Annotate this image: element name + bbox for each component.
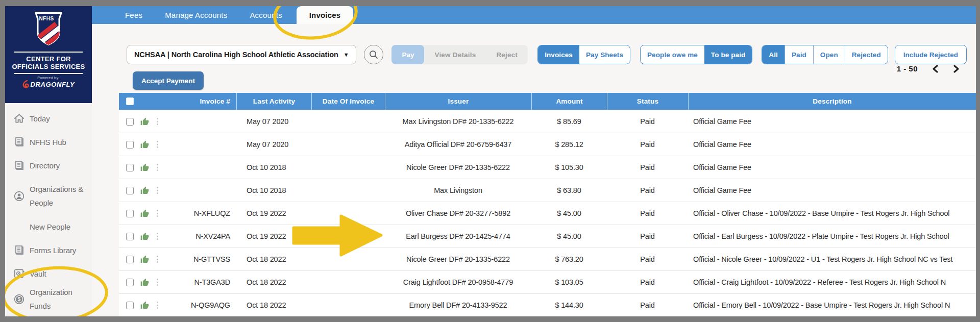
previous-page-button[interactable] (932, 65, 939, 73)
row-checkbox[interactable] (126, 233, 134, 240)
thumb-up-icon[interactable] (140, 186, 149, 195)
next-page-button[interactable] (953, 65, 960, 73)
row-actions-cell (119, 117, 236, 126)
status-cell: Paid (607, 163, 688, 171)
invoice-row[interactable]: Oct 10 2018Max Livingston$ 63.80PaidOffi… (119, 179, 976, 202)
row-menu-icon[interactable] (156, 255, 159, 264)
thumb-up-icon[interactable] (140, 163, 149, 172)
row-menu-icon[interactable] (156, 163, 159, 172)
tab-accounts[interactable]: Accounts (250, 6, 282, 24)
row-checkbox[interactable] (126, 118, 134, 126)
thumb-up-icon[interactable] (140, 278, 149, 287)
filter-invoices[interactable]: Invoices (538, 45, 579, 64)
pay-button[interactable]: Pay (391, 45, 424, 64)
invoice-row[interactable]: Oct 10 2018Nicole Greer DF# 20-1335-6222… (119, 156, 976, 179)
invoice-row[interactable]: N-T3GA3DOct 18 2022Craig Lightfoot DF# 2… (119, 271, 976, 294)
description-cell: Official Game Fee (688, 163, 976, 171)
row-menu-icon[interactable] (156, 186, 159, 195)
issuer-cell: Max Livingston (385, 186, 531, 194)
news-icon (14, 137, 24, 147)
column-header-description[interactable]: Description (688, 93, 976, 110)
sidebar-item-today[interactable]: Today (5, 107, 92, 130)
thumb-up-icon[interactable] (140, 209, 149, 218)
row-actions-cell (119, 186, 236, 195)
amount-cell: $ 285.12 (531, 140, 607, 148)
row-checkbox[interactable] (126, 187, 134, 194)
top-navigation: FeesManage AccountsAccountsInvoices (92, 6, 976, 24)
divider (14, 52, 83, 53)
row-menu-icon[interactable] (156, 301, 159, 310)
accept-payment-button[interactable]: Accept Payment (133, 71, 204, 90)
column-header-issuer[interactable]: Issuer (385, 93, 531, 110)
last-activity-cell: Oct 10 2018 (236, 163, 311, 171)
thumb-up-icon[interactable] (140, 232, 149, 241)
tab-manage-accounts[interactable]: Manage Accounts (165, 6, 227, 24)
page-range-label: 1 - 50 (897, 64, 918, 73)
reject-button[interactable]: Reject (486, 51, 528, 59)
filter-all[interactable]: All (762, 45, 785, 64)
sidebar-item-organizations-people[interactable]: Organizations & People (5, 177, 92, 215)
include-rejected-button[interactable]: Include Rejected (895, 45, 967, 64)
chevron-down-icon: ▼ (344, 52, 349, 58)
status-filter-group: AllPaidOpenRejected (762, 45, 888, 64)
row-checkbox[interactable] (126, 256, 134, 263)
home-icon (14, 113, 24, 124)
row-checkbox[interactable] (126, 302, 134, 309)
tab-invoices[interactable]: Invoices (297, 6, 354, 24)
description-cell: Official - Emory Bell - 10/09/2022 - Bas… (688, 301, 976, 309)
invoice-row[interactable]: May 07 2020Max Livingston DF# 20-1335-62… (119, 110, 976, 133)
invoice-row[interactable]: N-QG9AQGOct 18 2022Emory Bell DF# 20-413… (119, 294, 976, 316)
column-header-status[interactable]: Status (607, 93, 688, 110)
column-header-amount[interactable]: Amount (531, 93, 607, 110)
invoice-number: N-QG9AQG (191, 301, 236, 309)
row-checkbox[interactable] (126, 210, 134, 217)
sidebar-item-organization-funds[interactable]: $Organization Funds (5, 285, 92, 313)
view-details-button[interactable]: View Details (424, 51, 486, 59)
row-checkbox[interactable] (126, 279, 134, 286)
filter-pay-sheets[interactable]: Pay Sheets (579, 45, 630, 64)
thumb-up-icon[interactable] (140, 255, 149, 264)
sidebar-item-invoices[interactable]: $Invoices (5, 313, 92, 316)
select-all-checkbox[interactable] (126, 97, 134, 105)
filter-rejected[interactable]: Rejected (845, 45, 888, 64)
invoice-row[interactable]: N-XV24PAOct 19 2022Earl Burgess DF# 20-1… (119, 225, 976, 248)
organization-selector[interactable]: NCHSAA | North Carolina High School Athl… (127, 45, 356, 64)
sidebar-item-new-people[interactable]: New People (5, 215, 92, 238)
tab-fees[interactable]: Fees (125, 6, 142, 24)
issuer-cell: Aditya Official DF# 20-6759-6437 (385, 140, 531, 148)
row-menu-icon[interactable] (156, 209, 159, 218)
invoice-number: N-T3GA3D (194, 278, 236, 286)
filter-open[interactable]: Open (813, 45, 845, 64)
owe-direction-toggle: People owe meTo be paid (640, 45, 752, 64)
column-header-invoice-[interactable]: Invoice # (119, 93, 236, 110)
description-cell: Official - Oliver Chase - 10/09/2022 - B… (688, 209, 976, 217)
search-button[interactable] (364, 45, 383, 64)
sidebar-item-directory[interactable]: Directory (5, 154, 92, 177)
thumb-up-icon[interactable] (140, 301, 149, 310)
column-header-last-activity[interactable]: Last Activity (236, 93, 311, 110)
row-menu-icon[interactable] (156, 232, 159, 241)
filter-to-be-paid[interactable]: To be paid (704, 45, 752, 64)
thumb-up-icon[interactable] (140, 117, 149, 126)
row-menu-icon[interactable] (156, 278, 159, 287)
row-checkbox[interactable] (126, 164, 134, 171)
sidebar-item-nfhs-hub[interactable]: NFHS Hub (5, 130, 92, 154)
row-menu-icon[interactable] (156, 117, 159, 126)
invoice-row[interactable]: N-GTTVSSOct 18 2022Nicole Greer DF# 20-1… (119, 248, 976, 271)
invoice-row[interactable]: N-XFLUQZOct 19 2022Oliver Chase DF# 20-3… (119, 202, 976, 225)
row-checkbox[interactable] (126, 141, 134, 148)
column-header-date-of-invoice[interactable]: Date Of Invoice (311, 93, 385, 110)
row-menu-icon[interactable] (156, 140, 159, 149)
invoice-row[interactable]: May 07 2020Aditya Official DF# 20-6759-6… (119, 133, 976, 156)
sidebar-item-label: Vault (30, 267, 46, 281)
amount-cell: $ 103.05 (531, 278, 607, 286)
filter-paid[interactable]: Paid (785, 45, 813, 64)
row-actions-cell (119, 140, 236, 149)
sidebar-item-forms-library[interactable]: Forms Library (5, 238, 92, 262)
sidebar-item-vault[interactable]: Vault (5, 262, 92, 285)
filter-people-owe-me[interactable]: People owe me (641, 45, 704, 64)
screenshot-frame: NFHS CENTER FOROFFICIALS SERVICES Powere… (0, 0, 980, 322)
description-cell: Official - Earl Burgess - 10/09/2022 - P… (688, 232, 976, 240)
news-icon (14, 160, 24, 171)
thumb-up-icon[interactable] (140, 140, 149, 149)
